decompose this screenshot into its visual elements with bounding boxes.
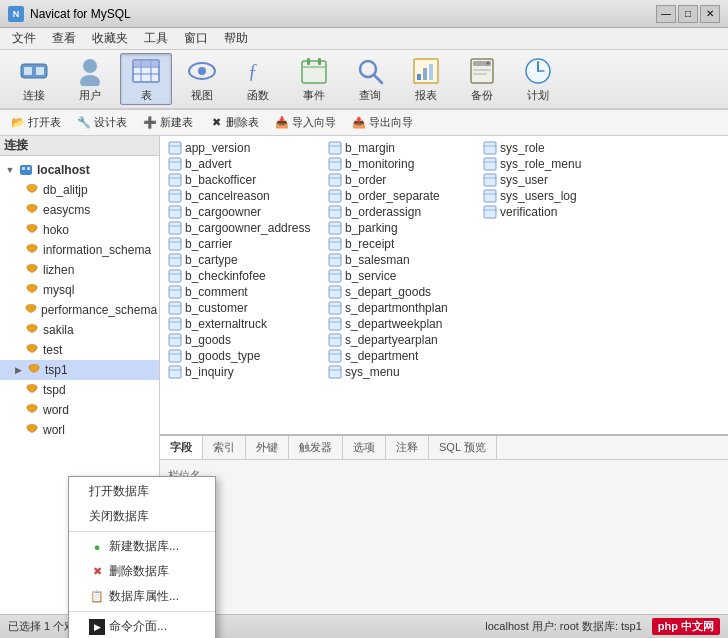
db-info: localhost 用户: root 数据库: tsp1 <box>485 619 642 634</box>
sidebar-item-worl[interactable]: worl <box>0 420 159 440</box>
table-item-b_cargoowner[interactable]: b_cargoowner <box>164 204 320 220</box>
table-item-b_cartype[interactable]: b_cartype <box>164 252 320 268</box>
open-table-btn[interactable]: 📂 打开表 <box>4 112 68 133</box>
table-item-b_inquiry[interactable]: b_inquiry <box>164 364 320 380</box>
sidebar-item-test[interactable]: test <box>0 340 159 360</box>
table-item-b_order[interactable]: b_order <box>324 172 475 188</box>
svg-rect-23 <box>429 64 433 80</box>
table-item-sys_users_log[interactable]: sys_users_log <box>479 188 609 204</box>
svg-rect-33 <box>22 167 25 170</box>
sidebar-item-db_alitjp[interactable]: db_alitjp <box>0 180 159 200</box>
menu-window[interactable]: 窗口 <box>176 28 216 49</box>
ctx-open-db[interactable]: 打开数据库 <box>69 479 215 504</box>
table-item-b_order_separate[interactable]: b_order_separate <box>324 188 475 204</box>
toolbar-view[interactable]: 视图 <box>176 53 228 105</box>
menu-tools[interactable]: 工具 <box>136 28 176 49</box>
sidebar-item-tsp1[interactable]: ▶ tsp1 <box>0 360 159 380</box>
toolbar-user[interactable]: 用户 <box>64 53 116 105</box>
field-editor-tab-comment[interactable]: 注释 <box>386 436 429 459</box>
menu-file[interactable]: 文件 <box>4 28 44 49</box>
table-item-b_customer[interactable]: b_customer <box>164 300 320 316</box>
ctx-delete-db[interactable]: ✖ 删除数据库 <box>69 559 215 584</box>
svg-rect-106 <box>329 190 341 202</box>
sidebar-item-easycms[interactable]: easycms <box>0 200 159 220</box>
table-item-b_advert[interactable]: b_advert <box>164 156 320 172</box>
ctx-new-db[interactable]: ● 新建数据库... <box>69 534 215 559</box>
table-item-b_comment[interactable]: b_comment <box>164 284 320 300</box>
table-item-sys_user[interactable]: sys_user <box>479 172 609 188</box>
table-item-s_department[interactable]: s_department <box>324 348 475 364</box>
toolbar-table[interactable]: 表 <box>120 53 172 105</box>
field-editor-tab-index[interactable]: 索引 <box>203 436 246 459</box>
field-editor-tab-options[interactable]: 选项 <box>343 436 386 459</box>
sidebar-item-hoko[interactable]: hoko <box>0 220 159 240</box>
sidebar-item-tspd[interactable]: tspd <box>0 380 159 400</box>
db-icon-word <box>24 402 40 418</box>
svg-rect-98 <box>169 366 181 378</box>
sidebar-item-mysql[interactable]: mysql <box>0 280 159 300</box>
sidebar-item-information_schema[interactable]: information_schema <box>0 240 159 260</box>
menu-help[interactable]: 帮助 <box>216 28 256 49</box>
table-item-s_departmonthplan[interactable]: s_departmonthplan <box>324 300 475 316</box>
toolbar-schedule[interactable]: 计划 <box>512 53 564 105</box>
table-item-b_goods_type[interactable]: b_goods_type <box>164 348 320 364</box>
toolbar-connect[interactable]: 连接 <box>8 53 60 105</box>
context-menu[interactable]: 打开数据库 关闭数据库 ● 新建数据库... ✖ 删除数据库 📋 数据库属性..… <box>68 476 216 638</box>
toolbar-query[interactable]: 查询 <box>344 53 396 105</box>
svg-rect-120 <box>329 302 341 314</box>
export-wizard-btn[interactable]: 📤 导出向导 <box>345 112 420 133</box>
table-item-b_parking[interactable]: b_parking <box>324 220 475 236</box>
menu-view[interactable]: 查看 <box>44 28 84 49</box>
table-item-b_externaltruck[interactable]: b_externaltruck <box>164 316 320 332</box>
field-editor-tab-fields[interactable]: 字段 <box>160 436 203 459</box>
sidebar-item-sakila[interactable]: sakila <box>0 320 159 340</box>
table-item-s_departyearplan[interactable]: s_departyearplan <box>324 332 475 348</box>
table-item-b_checkinfofee[interactable]: b_checkinfofee <box>164 268 320 284</box>
sidebar-item-lizhen[interactable]: lizhen <box>0 260 159 280</box>
design-table-btn[interactable]: 🔧 设计表 <box>70 112 134 133</box>
table-item-b_margin[interactable]: b_margin <box>324 140 475 156</box>
maximize-btn[interactable]: □ <box>678 5 698 23</box>
table-item-b_goods[interactable]: b_goods <box>164 332 320 348</box>
table-item-sys_menu[interactable]: sys_menu <box>324 364 475 380</box>
field-editor-tab-sql-preview[interactable]: SQL 预览 <box>429 436 497 459</box>
delete-table-btn[interactable]: ✖ 删除表 <box>202 112 266 133</box>
table-item-s_departweekplan[interactable]: s_departweekplan <box>324 316 475 332</box>
sidebar-item-localhost[interactable]: ▼ localhost <box>0 160 159 180</box>
table-item-b_carrier[interactable]: b_carrier <box>164 236 320 252</box>
svg-rect-84 <box>169 254 181 266</box>
field-editor-tab-foreign-key[interactable]: 外键 <box>246 436 289 459</box>
minimize-btn[interactable]: — <box>656 5 676 23</box>
toolbar-backup[interactable]: 备份 <box>456 53 508 105</box>
db-icon-sakila <box>24 322 40 338</box>
sidebar-item-word[interactable]: word <box>0 400 159 420</box>
table-item-app_version[interactable]: app_version <box>164 140 320 156</box>
ctx-db-props[interactable]: 📋 数据库属性... <box>69 584 215 609</box>
ctx-cmd-line[interactable]: ▶ 命令介面... <box>69 614 215 638</box>
db-icon-hoko <box>24 222 40 238</box>
table-item-s_depart_goods[interactable]: s_depart_goods <box>324 284 475 300</box>
close-btn[interactable]: ✕ <box>700 5 720 23</box>
table-item-b_cargoowner_address[interactable]: b_cargoowner_address <box>164 220 320 236</box>
event-icon <box>298 56 330 86</box>
table-item-b_service[interactable]: b_service <box>324 268 475 284</box>
table-item-b_orderassign[interactable]: b_orderassign <box>324 204 475 220</box>
db-icon-mysql <box>24 282 40 298</box>
ctx-close-db[interactable]: 关闭数据库 <box>69 504 215 529</box>
table-item-b_monitoring[interactable]: b_monitoring <box>324 156 475 172</box>
new-table-btn[interactable]: ➕ 新建表 <box>136 112 200 133</box>
table-item-sys_role[interactable]: sys_role <box>479 140 609 156</box>
sidebar-item-performance_schema[interactable]: performance_schema <box>0 300 159 320</box>
import-wizard-btn[interactable]: 📥 导入向导 <box>268 112 343 133</box>
toolbar-report[interactable]: 报表 <box>400 53 452 105</box>
table-item-b_receipt[interactable]: b_receipt <box>324 236 475 252</box>
table-item-verification[interactable]: verification <box>479 204 609 220</box>
table-item-b_salesman[interactable]: b_salesman <box>324 252 475 268</box>
toolbar-function[interactable]: ƒ 函数 <box>232 53 284 105</box>
table-item-b_backofficer[interactable]: b_backofficer <box>164 172 320 188</box>
menu-favorites[interactable]: 收藏夹 <box>84 28 136 49</box>
table-item-sys_role_menu[interactable]: sys_role_menu <box>479 156 609 172</box>
table-item-b_cancelreason[interactable]: b_cancelreason <box>164 188 320 204</box>
toolbar-event[interactable]: 事件 <box>288 53 340 105</box>
field-editor-tab-trigger[interactable]: 触发器 <box>289 436 343 459</box>
